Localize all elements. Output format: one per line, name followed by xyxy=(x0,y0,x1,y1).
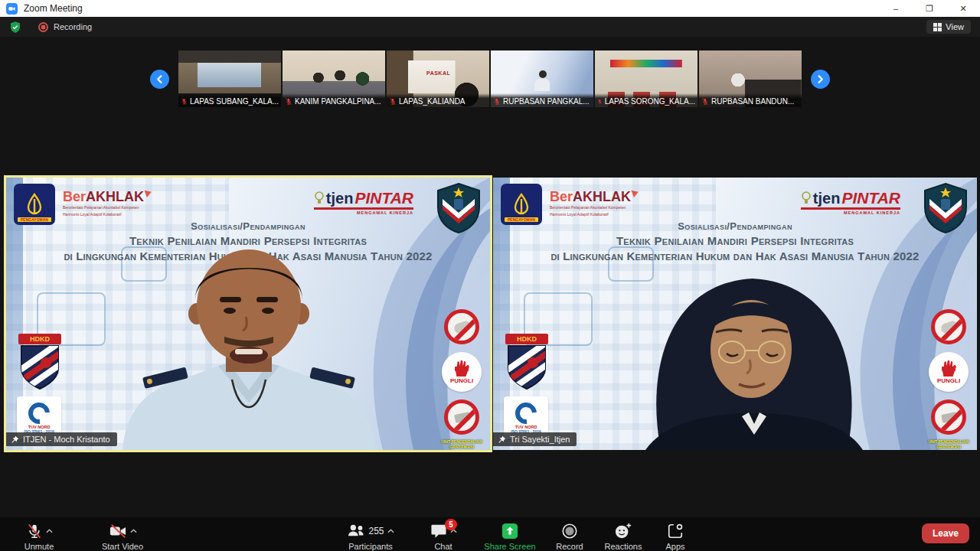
maximize-button[interactable]: ❐ xyxy=(913,0,946,17)
hdkd-anticorruption-badge: HDKD xyxy=(504,332,550,392)
minimize-button[interactable]: – xyxy=(879,0,913,17)
pungli-text: PUNGLI xyxy=(937,377,960,384)
start-video-button[interactable]: Start Video xyxy=(87,517,158,551)
mouse-shape xyxy=(940,320,959,334)
chat-button[interactable]: 5 Chat xyxy=(412,517,475,551)
chat-label: Chat xyxy=(434,542,452,551)
leave-button[interactable]: Leave xyxy=(922,523,969,543)
lightbulb-icon xyxy=(801,191,812,206)
pintar-prefix: tjen xyxy=(813,191,841,206)
pintar-underline xyxy=(801,207,900,210)
pintar-subtitle: MENGAWAL KINERJA xyxy=(801,211,900,216)
kemenkumham-logo: PENGAYOMAN xyxy=(14,184,55,225)
no-mouse-gratuity-icon xyxy=(444,309,479,344)
thumbnail-rupbasan-bandung[interactable]: RUPBASAN BANDUN... xyxy=(699,51,802,107)
record-icon xyxy=(561,523,578,540)
participant-woman-video xyxy=(601,259,907,450)
encryption-shield-icon xyxy=(9,21,21,34)
unmute-button[interactable]: Unmute xyxy=(11,517,67,551)
record-button[interactable]: Record xyxy=(545,517,594,551)
no-mouse-gratuity-icon xyxy=(931,309,966,344)
video-options-chevron-icon[interactable] xyxy=(130,529,137,533)
thumbnail-name-bar: KANIM PANGKALPINA... xyxy=(283,93,385,107)
thumbnail-lapas-kalianda[interactable]: PASKAL LAPAS_KALIANDA xyxy=(387,51,489,107)
muted-mic-icon xyxy=(389,97,397,106)
recording-indicator[interactable]: Recording xyxy=(38,22,92,32)
virtual-background: PENGAYOMAN BerAKHLAK Berorientasi Pelaya… xyxy=(493,178,977,450)
apps-button[interactable]: Apps xyxy=(652,517,698,551)
thumbnail-name-bar: LAPAS SORONG_KALA... xyxy=(595,93,697,107)
paskal-banner-text: PASKAL xyxy=(426,70,450,76)
participant-filmstrip: LAPAS SUBANG_KALA... KANIM PANGKALPINA..… xyxy=(178,51,802,107)
berakhlak-logo: BerAKHLAK Berorientasi Pelayanan Akuntab… xyxy=(550,190,639,217)
mic-muted-icon xyxy=(26,523,43,540)
start-video-label: Start Video xyxy=(102,542,143,551)
thumbnail-name-bar: RUPBASAN BANDUN... xyxy=(699,93,802,107)
thumbnail-kanim-pangkalpinang[interactable]: KANIM PANGKALPINA... xyxy=(283,51,385,107)
gratification-caption: UNIT PENGENDALIAN GRATIFIKASI xyxy=(928,439,969,449)
share-screen-button[interactable]: Share Screen xyxy=(475,517,545,551)
phone-shape xyxy=(454,412,471,423)
thumbnail-lapas-sorong[interactable]: LAPAS SORONG_KALA... xyxy=(595,51,697,107)
itjen-pintar-logo: tjen PINTAR MENGAWAL KINERJA xyxy=(314,190,413,216)
recording-label: Recording xyxy=(54,22,92,31)
audio-options-chevron-icon[interactable] xyxy=(46,529,53,533)
berakhlak-arrow-icon xyxy=(632,188,640,197)
reactions-icon xyxy=(614,523,632,540)
pintar-subtitle: MENGAWAL KINERJA xyxy=(314,211,413,216)
mini-participant-figure xyxy=(534,70,551,93)
participant-name: LAPAS SORONG_KALA... xyxy=(605,97,695,106)
itjen-pintar-logo: tjen PINTAR MENGAWAL KINERJA xyxy=(801,190,900,216)
muted-mic-icon xyxy=(285,97,292,106)
thumbnail-name-bar: RUPBASAN PANGKAL... xyxy=(491,93,593,107)
view-button[interactable]: View xyxy=(926,20,971,34)
muted-mic-icon xyxy=(597,97,603,106)
itjen-emblem xyxy=(436,182,481,234)
pungli-text: PUNGLI xyxy=(450,377,473,384)
participant-name: ITJEN - Moch Kristanto xyxy=(23,435,110,444)
stop-hand-icon xyxy=(940,360,957,377)
berakhlak-tagline2: Harmonis Loyal Adaptif Kolaboratif xyxy=(550,212,639,217)
reactions-button[interactable]: Reactions xyxy=(594,517,652,551)
berakhlak-prefix: Ber xyxy=(63,189,86,204)
thumbnail-lapas-subang[interactable]: LAPAS SUBANG_KALA... xyxy=(178,51,281,107)
close-button[interactable]: ✕ xyxy=(946,0,980,17)
berakhlak-arrow-icon xyxy=(145,188,153,197)
stop-hand-icon xyxy=(453,360,470,377)
participants-icon xyxy=(347,523,365,539)
itjen-emblem xyxy=(923,182,968,234)
title-bar: Zoom Meeting – ❐ ✕ xyxy=(0,0,980,17)
berakhlak-main: AKHLAK xyxy=(86,189,144,204)
record-label: Record xyxy=(556,542,583,551)
video-tile-tri-sayekti[interactable]: PENGAYOMAN BerAKHLAK Berorientasi Pelaya… xyxy=(493,178,977,450)
berakhlak-tagline1: Berorientasi Pelayanan Akuntabel Kompete… xyxy=(550,205,639,210)
meeting-top-bar: Recording View xyxy=(0,17,980,37)
tuv-ring-icon xyxy=(511,398,541,428)
video-tile-itjen-moch-kristanto[interactable]: PENGAYOMAN BerAKHLAK Berorientasi Pelaya… xyxy=(6,178,490,450)
muted-mic-icon xyxy=(493,97,501,106)
muted-mic-icon xyxy=(701,97,709,106)
filmstrip-next-button[interactable] xyxy=(811,70,830,89)
event-title-line1: Sosialisasi/Pendampingan xyxy=(6,220,490,232)
participants-button[interactable]: 255 Participants xyxy=(329,517,412,551)
tuv-ring-icon xyxy=(24,398,54,428)
gratification-caption: UNIT PENGENDALIAN GRATIFIKASI xyxy=(441,439,482,449)
lightbulb-icon xyxy=(314,191,325,206)
zoom-meeting-window: Zoom Meeting – ❐ ✕ Recording View LAPAS … xyxy=(0,0,980,551)
meeting-toolbar: Unmute Start Video 255 Participants xyxy=(0,517,980,551)
participants-chevron-icon[interactable] xyxy=(387,529,394,533)
stop-pungli-badge: STOP PUNGLI xyxy=(929,352,969,392)
camera-off-icon xyxy=(109,523,127,540)
svg-text:HDKD: HDKD xyxy=(30,335,50,343)
window-controls: – ❐ ✕ xyxy=(879,0,980,17)
participants-label: Participants xyxy=(348,542,392,551)
participant-name: RUPBASAN PANGKAL... xyxy=(503,97,590,106)
phone-shape xyxy=(941,412,958,423)
participant-name: LAPAS_KALIANDA xyxy=(399,97,466,106)
thumbnail-name-bar: LAPAS SUBANG_KALA... xyxy=(178,93,281,107)
berakhlak-prefix: Ber xyxy=(550,189,573,204)
berakhlak-logo: BerAKHLAK Berorientasi Pelayanan Akuntab… xyxy=(63,190,152,217)
thumbnail-rupbasan-pangkalpinang[interactable]: RUPBASAN PANGKAL... xyxy=(491,51,593,107)
mouse-shape xyxy=(453,320,472,334)
filmstrip-previous-button[interactable] xyxy=(150,70,169,89)
